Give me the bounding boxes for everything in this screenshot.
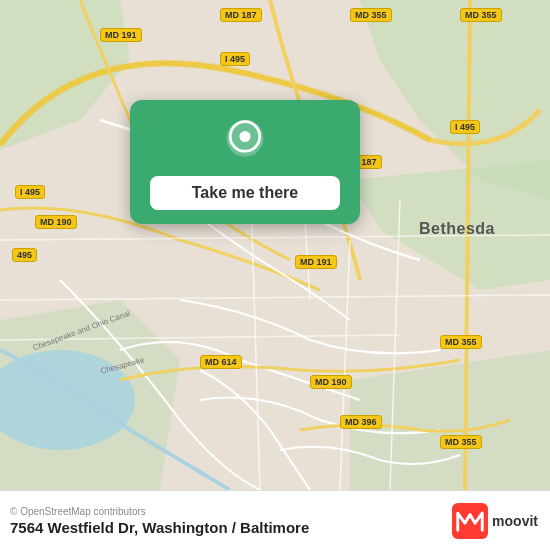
svg-point-9 <box>239 131 250 142</box>
road-label-md355-top: MD 355 <box>350 8 392 22</box>
road-label-md396: MD 396 <box>340 415 382 429</box>
bethesda-label: Bethesda <box>419 220 495 238</box>
moovit-logo: moovit <box>452 503 538 539</box>
road-label-md191-mid: MD 191 <box>295 255 337 269</box>
road-label-i495-left: I 495 <box>15 185 45 199</box>
road-label-md190-left: MD 190 <box>35 215 77 229</box>
road-label-i495-right: I 495 <box>450 120 480 134</box>
moovit-icon <box>452 503 488 539</box>
road-label-md190-bot: MD 190 <box>310 375 352 389</box>
road-label-md355-bot: MD 355 <box>440 435 482 449</box>
road-label-i495-top: I 495 <box>220 52 250 66</box>
road-label-md187-top: MD 187 <box>220 8 262 22</box>
map-svg <box>0 0 550 490</box>
road-label-md355-top2: MD 355 <box>460 8 502 22</box>
moovit-text: moovit <box>492 513 538 529</box>
bottom-bar: © OpenStreetMap contributors 7564 Westfi… <box>0 490 550 550</box>
location-popup: Take me there <box>130 100 360 224</box>
road-label-md191-top: MD 191 <box>100 28 142 42</box>
address-text: 7564 Westfield Dr, Washington / Baltimor… <box>10 519 309 536</box>
bottom-info: © OpenStreetMap contributors 7564 Westfi… <box>10 506 309 536</box>
map-container: MD 187MD 355MD 355MD 191I 495I 495MD 187… <box>0 0 550 490</box>
road-label-i495-bot: 495 <box>12 248 37 262</box>
road-label-md355-mid: MD 355 <box>440 335 482 349</box>
copyright-text: © OpenStreetMap contributors <box>10 506 309 517</box>
location-pin-icon <box>221 118 269 166</box>
take-me-there-button[interactable]: Take me there <box>150 176 340 210</box>
road-label-md614: MD 614 <box>200 355 242 369</box>
